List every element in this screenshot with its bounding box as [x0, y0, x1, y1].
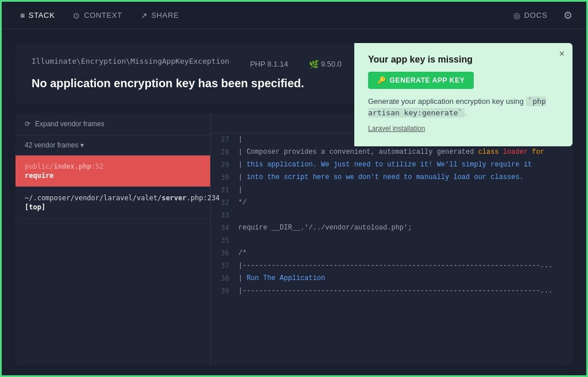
code-line-34: 34 require __DIR__.'/../vendor/autoload.…	[211, 221, 572, 234]
line-num-34: 34	[211, 224, 238, 232]
code-line-30: 30 | into the script here so we don't ne…	[211, 171, 572, 184]
code-line-39: 39 |------------------------------------…	[211, 285, 572, 297]
stack-sidebar: ⟳ Expand vendor frames 42 vendor frames …	[16, 113, 211, 365]
stack-frame-2[interactable]: ~/.composer/vendor/laravel/valet/server.…	[16, 187, 210, 219]
settings-button[interactable]: ⚙	[559, 5, 577, 26]
line-code-28: | Composer provides a convenient, automa…	[238, 148, 544, 156]
generate-app-key-button[interactable]: 🔑 GENERATE APP KEY	[368, 72, 474, 89]
code-panel: public/index.php:52 27 | 28 | Composer p…	[211, 113, 572, 365]
exception-class: Illuminate\Encryption\MissingAppKeyExcep…	[32, 57, 229, 65]
code-line-38: 38 | Run The Application	[211, 272, 572, 285]
code-line-31: 31 |	[211, 184, 572, 196]
key-icon: 🔑	[377, 76, 386, 84]
laravel-version: 🌿 9.50.0	[309, 60, 342, 69]
stack-frame-1[interactable]: public/index.php:52 require	[16, 156, 210, 187]
code-line-37: 37 |------------------------------------…	[211, 259, 572, 272]
expand-icon: ⟳	[25, 120, 30, 128]
expand-vendor-button[interactable]: ⟳ Expand vendor frames	[16, 113, 210, 135]
main-content: Illuminate\Encryption\MissingAppKeyExcep…	[2, 29, 586, 377]
line-code-29: | this application. We just need to util…	[238, 161, 532, 169]
frame-1-file: public/index.php:52	[25, 162, 201, 170]
line-code-27: |	[238, 135, 242, 143]
line-num-29: 29	[211, 161, 238, 169]
nav-stack[interactable]: ≡ STACK	[11, 6, 64, 25]
line-num-39: 39	[211, 287, 238, 295]
line-code-34: require __DIR__.'/../vendor/autoload.php…	[238, 224, 412, 232]
code-line-36: 36 /*	[211, 247, 572, 259]
laravel-installation-link[interactable]: Laravel installation	[368, 125, 425, 133]
line-code-30: | into the script here so we don't need …	[238, 173, 524, 181]
code-line-29: 29 | this application. We just need to u…	[211, 158, 572, 171]
nav-stack-label: STACK	[29, 11, 55, 20]
line-num-32: 32	[211, 199, 238, 207]
frame-2-method: [top]	[25, 203, 201, 211]
nav-docs-label: DOCS	[524, 11, 547, 20]
code-body: 27 | 28 | Composer provides a convenient…	[211, 133, 572, 365]
line-num-27: 27	[211, 135, 238, 143]
code-line-28: 28 | Composer provides a convenient, aut…	[211, 146, 572, 158]
nav-context[interactable]: ⊙ CONTEXT	[64, 6, 131, 25]
code-line-33: 33	[211, 209, 572, 221]
line-code-31: |	[238, 186, 242, 194]
line-num-37: 37	[211, 262, 238, 270]
line-code-36: /*	[238, 249, 246, 257]
generate-label: GENERATE APP KEY	[390, 76, 465, 84]
nav-docs[interactable]: ◎ DOCS	[504, 6, 556, 25]
line-num-38: 38	[211, 274, 238, 282]
expand-label: Expand vendor frames	[35, 120, 105, 128]
laravel-icon: 🌿	[309, 60, 319, 69]
appkey-description: Generate your application encryption key…	[368, 96, 559, 118]
top-navigation: ≡ STACK ⊙ CONTEXT ↗ SHARE ◎ DOCS ⚙	[2, 2, 586, 29]
nav-context-label: CONTEXT	[84, 11, 122, 20]
frame-1-method: require	[25, 172, 201, 180]
appkey-panel: × Your app key is missing 🔑 GENERATE APP…	[354, 43, 572, 146]
appkey-title: Your app key is missing	[368, 55, 559, 65]
line-code-37: |---------------------------------------…	[238, 262, 552, 270]
line-num-31: 31	[211, 186, 238, 194]
line-code-38: | Run The Application	[238, 274, 325, 282]
code-line-32: 32 */	[211, 196, 572, 209]
context-icon: ⊙	[73, 11, 80, 20]
line-code-39: |---------------------------------------…	[238, 287, 552, 295]
stack-panel: ⟳ Expand vendor frames 42 vendor frames …	[16, 113, 572, 365]
frame-2-file: ~/.composer/vendor/laravel/valet/server.…	[25, 194, 201, 202]
line-num-28: 28	[211, 148, 238, 156]
nav-share[interactable]: ↗ SHARE	[131, 6, 188, 25]
line-code-32: */	[238, 199, 246, 207]
line-num-33: 33	[211, 211, 238, 219]
nav-right-section: ◎ DOCS ⚙	[504, 5, 577, 26]
line-num-36: 36	[211, 249, 238, 257]
appkey-close-button[interactable]: ×	[559, 49, 564, 59]
nav-share-label: SHARE	[151, 11, 179, 20]
chevron-down-icon: ▾	[80, 141, 84, 149]
php-version: PHP 8.1.14	[250, 60, 288, 68]
line-num-35: 35	[211, 236, 238, 244]
error-card: Illuminate\Encryption\MissingAppKeyExcep…	[16, 43, 572, 104]
vendor-count: 42 vendor frames ▾	[16, 135, 210, 156]
share-icon: ↗	[141, 11, 148, 20]
docs-icon: ◎	[513, 11, 521, 20]
code-line-35: 35	[211, 234, 572, 247]
line-num-30: 30	[211, 173, 238, 181]
stack-icon: ≡	[20, 11, 25, 20]
